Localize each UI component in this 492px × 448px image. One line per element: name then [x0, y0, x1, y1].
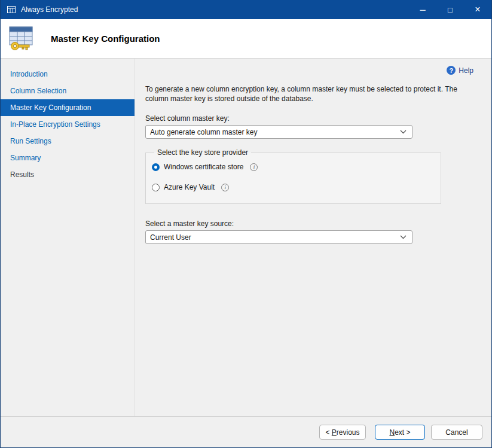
chevron-down-icon [400, 130, 407, 134]
step-in-place-encryption-settings[interactable]: In-Place Encryption Settings [1, 116, 135, 133]
step-master-key-configuration[interactable]: Master Key Configuration [1, 99, 135, 116]
description-text: To generate a new column encryption key,… [145, 84, 473, 103]
next-button[interactable]: Next > [375, 425, 425, 440]
master-key-source-label: Select a master key source: [145, 220, 491, 228]
wizard-header: Master Key Configuration [1, 19, 491, 59]
help-link[interactable]: ? Help [447, 66, 473, 75]
previous-button-label: < [325, 428, 331, 437]
master-key-source-select[interactable]: Current User [145, 230, 412, 244]
content-area: Introduction Column Selection Master Key… [1, 59, 491, 416]
column-master-key-value: Auto generate column master key [150, 128, 257, 136]
master-key-configuration-panel: ? Help To generate a new column encrypti… [135, 59, 491, 416]
help-row: ? Help [145, 66, 491, 75]
radio-windows-certificate-store[interactable]: Windows certificate store i [152, 163, 441, 171]
radio-windows-certificate-store-label: Windows certificate store [164, 163, 243, 171]
table-key-icon [8, 26, 35, 51]
maximize-button[interactable]: □ [436, 0, 464, 19]
key-store-provider-group-label: Select the key store provider [154, 148, 251, 157]
step-column-selection[interactable]: Column Selection [1, 83, 135, 99]
previous-button[interactable]: < Previous [319, 425, 366, 440]
wizard-steps-nav: Introduction Column Selection Master Key… [1, 59, 135, 416]
step-summary[interactable]: Summary [1, 150, 135, 166]
radio-unselected-icon [152, 184, 160, 191]
radio-selected-icon [152, 163, 160, 171]
page-title: Master Key Configuration [51, 33, 160, 44]
chevron-down-icon [400, 235, 407, 239]
app-icon [7, 5, 16, 14]
next-button-label: N [389, 428, 395, 437]
always-encrypted-window: Always Encrypted ─ □ × Master Key Conf [0, 0, 492, 448]
column-master-key-select[interactable]: Auto generate column master key [145, 125, 412, 139]
info-icon[interactable]: i [221, 184, 229, 191]
help-icon: ? [447, 66, 456, 75]
radio-azure-key-vault[interactable]: Azure Key Vault i [152, 183, 441, 191]
help-link-label: Help [459, 66, 473, 75]
window-title: Always Encrypted [21, 5, 78, 14]
cancel-button[interactable]: Cancel [431, 425, 482, 440]
radio-azure-key-vault-label: Azure Key Vault [164, 183, 215, 191]
titlebar: Always Encrypted ─ □ × [1, 0, 491, 19]
master-key-source-value: Current User [150, 233, 191, 242]
step-introduction[interactable]: Introduction [1, 66, 135, 83]
info-icon[interactable]: i [250, 163, 258, 171]
key-store-provider-group: Select the key store provider Windows ce… [145, 148, 441, 204]
close-button[interactable]: × [464, 0, 491, 19]
step-results: Results [1, 166, 135, 183]
column-master-key-label: Select column master key: [145, 114, 491, 123]
minimize-button[interactable]: ─ [409, 0, 436, 19]
wizard-button-bar: < Previous Next > Cancel [1, 416, 491, 447]
window-controls: ─ □ × [409, 0, 491, 19]
step-run-settings[interactable]: Run Settings [1, 133, 135, 150]
